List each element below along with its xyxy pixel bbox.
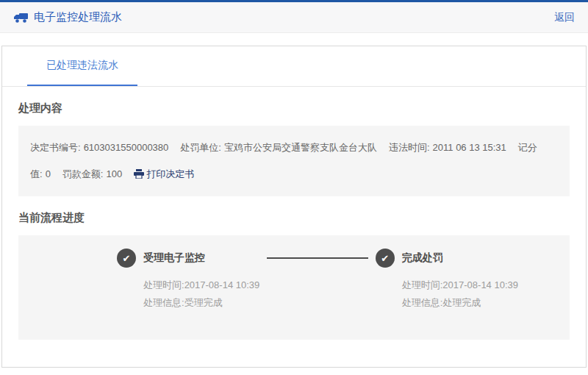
tab-bar: 已处理违法流水 bbox=[2, 46, 586, 87]
check-circle-icon: ✔ bbox=[376, 249, 395, 268]
page-title: 电子监控处理流水 bbox=[34, 10, 122, 24]
step-details: 处理时间:2017-08-14 10:39 处理信息:受理完成 bbox=[143, 276, 259, 312]
decision-info-panel: 决定书编号:6103031550000380处罚单位:宝鸡市公安局交通警察支队金… bbox=[18, 126, 570, 196]
step-info-label: 处理信息: bbox=[143, 297, 184, 308]
field-label: 罚款金额: bbox=[62, 168, 104, 179]
field-value: 宝鸡市公安局交通警察支队金台大队 bbox=[224, 142, 377, 153]
step-connector-line bbox=[267, 257, 368, 259]
step-title: 完成处罚 bbox=[402, 251, 443, 265]
field-label: 违法时间: bbox=[389, 142, 430, 153]
field-label: 处罚单位: bbox=[180, 142, 221, 153]
progress-step-2: ✔ 完成处罚 处理时间:2017-08-14 10:39 处理信息:处理完成 bbox=[376, 249, 518, 312]
check-circle-icon: ✔ bbox=[117, 249, 136, 268]
step-info: 处理信息:受理完成 bbox=[143, 294, 259, 312]
field-fine-amount: 罚款金额:100 bbox=[62, 168, 122, 179]
step-info-label: 处理信息: bbox=[402, 297, 443, 308]
step-title: 受理电子监控 bbox=[143, 251, 205, 265]
field-decision-number: 决定书编号:6103031550000380 bbox=[30, 142, 168, 153]
step-time-label: 处理时间: bbox=[402, 279, 443, 290]
progress-section-heading: 当前流程进度 bbox=[18, 211, 570, 225]
tab-processed-violations[interactable]: 已处理违法流水 bbox=[27, 46, 137, 86]
step-head: ✔ 受理电子监控 bbox=[117, 249, 259, 268]
field-value: 2011 06 13 15:31 bbox=[433, 142, 506, 153]
step-head: ✔ 完成处罚 bbox=[376, 249, 518, 268]
progress-steps: ✔ 受理电子监控 处理时间:2017-08-14 10:39 处理信息:受理完成… bbox=[117, 249, 518, 312]
step-time: 处理时间:2017-08-14 10:39 bbox=[402, 276, 518, 294]
page-header: 电子监控处理流水 返回 bbox=[0, 2, 588, 33]
printer-icon bbox=[134, 169, 144, 179]
print-link-label: 打印决定书 bbox=[146, 168, 194, 179]
main-card: 已处理违法流水 处理内容 决定书编号:6103031550000380处罚单位:… bbox=[1, 46, 587, 368]
step-info-value: 受理完成 bbox=[184, 297, 223, 308]
field-value: 100 bbox=[106, 168, 122, 179]
progress-step-1: ✔ 受理电子监控 处理时间:2017-08-14 10:39 处理信息:受理完成 bbox=[117, 249, 259, 312]
content-section-heading: 处理内容 bbox=[18, 101, 570, 115]
field-value: 0 bbox=[46, 168, 51, 179]
field-punish-unit: 处罚单位:宝鸡市公安局交通警察支队金台大队 bbox=[180, 142, 377, 153]
field-violation-time: 违法时间:2011 06 13 15:31 bbox=[389, 142, 506, 153]
print-decision-link[interactable]: 打印决定书 bbox=[134, 168, 194, 179]
step-info-value: 处理完成 bbox=[442, 297, 481, 308]
truck-icon bbox=[13, 12, 28, 24]
back-button[interactable]: 返回 bbox=[554, 11, 575, 24]
header-left: 电子监控处理流水 bbox=[13, 10, 122, 24]
step-time-value: 2017-08-14 10:39 bbox=[442, 279, 518, 290]
step-time: 处理时间:2017-08-14 10:39 bbox=[143, 276, 259, 294]
progress-panel: ✔ 受理电子监控 处理时间:2017-08-14 10:39 处理信息:受理完成… bbox=[18, 235, 570, 340]
step-time-value: 2017-08-14 10:39 bbox=[184, 279, 260, 290]
step-time-label: 处理时间: bbox=[143, 279, 184, 290]
step-info: 处理信息:处理完成 bbox=[402, 294, 518, 312]
field-label: 决定书编号: bbox=[30, 142, 81, 153]
field-value: 6103031550000380 bbox=[84, 142, 169, 153]
step-details: 处理时间:2017-08-14 10:39 处理信息:处理完成 bbox=[402, 276, 518, 312]
